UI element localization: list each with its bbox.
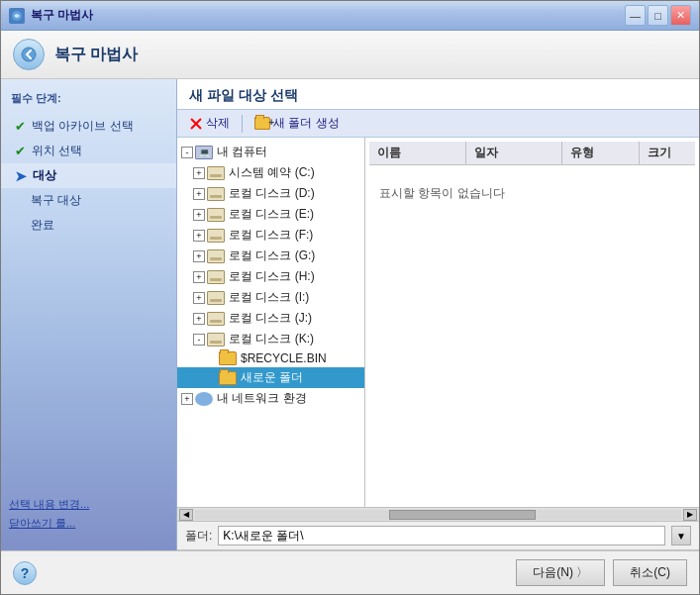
drive-icon-f [207, 229, 225, 243]
window: 복구 마법사 — □ ✕ 복구 마법사 필수 단계: ✔ 백업 아카이브 선택 … [0, 0, 700, 595]
network-icon [195, 392, 213, 406]
tree-item-local-k[interactable]: - 로컬 디스크 (K:) [177, 329, 364, 349]
sidebar-item-backup[interactable]: ✔ 백업 아카이브 선택 [1, 114, 176, 139]
tree-label-local-d: 로컬 디스크 (D:) [229, 185, 315, 202]
tree-label-local-k: 로컬 디스크 (K:) [229, 331, 314, 347]
new-folder-icon [254, 117, 270, 130]
sidebar-section-title: 필수 단계: [1, 87, 176, 110]
tree-item-my-computer[interactable]: - 💻 내 컴퓨터 [177, 142, 364, 162]
details-panel: 이름 일자 유형 크기 표시할 항목이 없습니다 [365, 138, 699, 507]
next-button[interactable]: 다음(N) 〉 [516, 559, 605, 586]
empty-message: 표시할 항목이 없습니다 [369, 165, 695, 222]
sidebar-item-target[interactable]: ➤ 대상 [1, 163, 176, 188]
sidebar-label-restore-target: 복구 대상 [31, 192, 81, 209]
title-bar-controls: — □ ✕ [625, 5, 691, 26]
folder-path-bar: 폴더: ▼ [177, 521, 699, 550]
tree-label-new-folder: 새로운 폴더 [241, 369, 303, 386]
tree-item-local-f[interactable]: + 로컬 디스크 (F:) [177, 225, 364, 246]
horizontal-scrollbar[interactable]: ◀ ▶ [177, 507, 699, 521]
bottom-bar: ? 다음(N) 〉 취소(C) [1, 550, 699, 594]
arrow-icon-target: ➤ [15, 168, 27, 184]
col-header-size: 크기 [640, 142, 695, 164]
expand-local-k[interactable]: - [193, 334, 205, 346]
tree-item-local-h[interactable]: + 로컬 디스크 (H:) [177, 266, 364, 287]
drive-icon-e [207, 208, 225, 222]
col-header-type: 유형 [562, 142, 639, 164]
col-header-date: 일자 [466, 142, 563, 164]
sidebar-item-location[interactable]: ✔ 위치 선택 [1, 139, 176, 163]
tree-item-local-g[interactable]: + 로컬 디스크 (G:) [177, 246, 364, 266]
tree-label-local-f: 로컬 디스크 (F:) [229, 227, 313, 244]
drive-icon-k [207, 333, 225, 347]
drive-icon-j [207, 312, 225, 326]
maximize-button[interactable]: □ [648, 5, 668, 26]
tree-label-my-computer: 내 컴퓨터 [217, 144, 267, 160]
minimize-button[interactable]: — [625, 5, 646, 26]
scroll-right-btn[interactable]: ▶ [683, 509, 697, 521]
expand-system-reserved[interactable]: + [193, 167, 205, 179]
sidebar-item-restore-target[interactable]: 복구 대상 [1, 188, 176, 213]
window-icon [9, 8, 25, 24]
expand-my-computer[interactable]: - [181, 147, 193, 158]
panel-title: 새 파일 대상 선택 [177, 79, 699, 109]
right-panel: 새 파일 대상 선택 삭제 새 폴더 생성 - [177, 79, 699, 550]
sidebar-label-target: 대상 [33, 167, 56, 184]
expand-local-e[interactable]: + [193, 209, 205, 221]
tree-item-new-folder[interactable]: 새로운 폴더 [177, 367, 364, 388]
window-title: 복구 마법사 [31, 7, 93, 24]
sidebar-link-change[interactable]: 선택 내용 변경... [9, 497, 168, 512]
expand-local-f[interactable]: + [193, 230, 205, 242]
tree-label-local-e: 로컬 디스크 (E:) [229, 206, 314, 223]
folder-path-label: 폴더: [185, 528, 212, 545]
folder-icon-recycle [219, 351, 237, 365]
new-folder-button[interactable]: 새 폴더 생성 [249, 113, 346, 134]
title-bar-left: 복구 마법사 [9, 7, 93, 24]
tree-item-system-reserved[interactable]: + 시스템 예약 (C:) [177, 162, 364, 183]
tree-item-recycle-bin[interactable]: $RECYCLE.BIN [177, 349, 364, 367]
scroll-track[interactable] [195, 510, 681, 520]
tree-panel[interactable]: - 💻 내 컴퓨터 + 시스템 예약 (C:) + 로컬 디스크 (D [177, 138, 365, 507]
expand-local-d[interactable]: + [193, 188, 205, 200]
sidebar-label-backup: 백업 아카이브 선택 [32, 118, 134, 135]
sidebar-bottom-links: 선택 내용 변경... 닫아쓰기 를... [1, 489, 176, 543]
back-button[interactable] [13, 39, 45, 70]
scroll-thumb[interactable] [389, 510, 535, 520]
scroll-left-btn[interactable]: ◀ [179, 509, 193, 521]
drive-icon-i [207, 291, 225, 305]
delete-button[interactable]: 삭제 [183, 113, 236, 134]
sidebar: 필수 단계: ✔ 백업 아카이브 선택 ✔ 위치 선택 ➤ 대상 복구 대상 [1, 79, 177, 550]
close-button[interactable]: ✕ [670, 5, 691, 26]
tree-label-network: 내 네트워크 환경 [217, 390, 307, 407]
tree-label-local-i: 로컬 디스크 (I:) [229, 289, 309, 306]
computer-icon: 💻 [195, 146, 213, 159]
header-section: 복구 마법사 [1, 31, 699, 79]
cancel-button[interactable]: 취소(C) [613, 559, 687, 586]
expand-network[interactable]: + [181, 393, 193, 405]
expand-local-j[interactable]: + [193, 313, 205, 325]
details-header: 이름 일자 유형 크기 [369, 142, 695, 165]
tree-item-network[interactable]: + 내 네트워크 환경 [177, 388, 364, 409]
delete-icon [189, 117, 203, 131]
tree-item-local-j[interactable]: + 로컬 디스크 (J:) [177, 308, 364, 329]
drive-icon-h [207, 270, 225, 284]
tree-item-local-i[interactable]: + 로컬 디스크 (I:) [177, 287, 364, 308]
help-button[interactable]: ? [13, 561, 37, 585]
header-title: 복구 마법사 [54, 45, 138, 65]
expand-local-g[interactable]: + [193, 250, 205, 262]
title-bar: 복구 마법사 — □ ✕ [1, 1, 699, 31]
sidebar-item-finish[interactable]: 완료 [1, 213, 176, 238]
sidebar-link-close[interactable]: 닫아쓰기 를... [9, 516, 168, 531]
tree-label-local-g: 로컬 디스크 (G:) [229, 248, 315, 264]
col-header-name: 이름 [369, 142, 466, 164]
tree-item-local-d[interactable]: + 로컬 디스크 (D:) [177, 183, 364, 204]
expand-local-i[interactable]: + [193, 292, 205, 304]
toolbar-separator [242, 115, 243, 133]
tree-item-local-e[interactable]: + 로컬 디스크 (E:) [177, 204, 364, 225]
expand-local-h[interactable]: + [193, 271, 205, 283]
svg-point-1 [22, 48, 36, 61]
check-icon-location: ✔ [15, 144, 26, 158]
folder-path-input[interactable] [218, 526, 665, 545]
folder-dropdown-btn[interactable]: ▼ [671, 526, 691, 545]
folder-icon-new [219, 371, 237, 385]
drive-icon-d [207, 187, 225, 201]
